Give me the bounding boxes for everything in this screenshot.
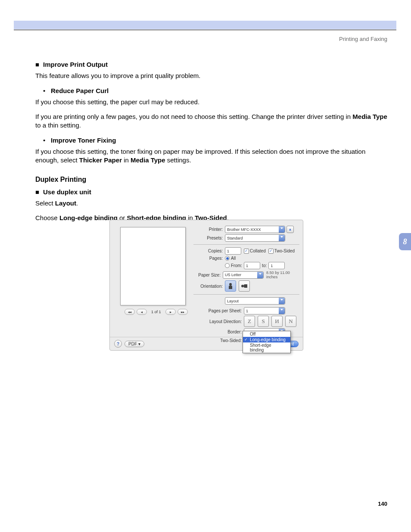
- dp1a: Select: [35, 199, 55, 207]
- duplex-heading: Duplex Printing: [35, 175, 387, 184]
- collapse-button[interactable]: ▲: [286, 226, 294, 233]
- top-color-bar: [14, 21, 396, 29]
- pages-from-input[interactable]: 1: [244, 262, 260, 269]
- paper-size-value: US Letter: [225, 273, 241, 277]
- pdf-label: PDF ▾: [128, 342, 140, 346]
- pages-per-sheet-select[interactable]: 1: [244, 307, 285, 314]
- copies-label: Copies:: [193, 249, 225, 253]
- nav-last-button[interactable]: ▸▸: [177, 309, 188, 315]
- nav-first-button[interactable]: ◂◂: [125, 309, 135, 315]
- toner-bold1: Thicker Paper: [79, 156, 122, 164]
- nav-prev-button[interactable]: ◂: [137, 309, 147, 315]
- top-rule: [14, 30, 396, 30]
- layout-dir-3-button[interactable]: И: [271, 316, 283, 327]
- copies-input[interactable]: 1: [225, 247, 241, 255]
- from-value: 1: [246, 264, 248, 268]
- reduce-p2-bold: Media Type: [352, 113, 387, 120]
- orientation-landscape-button[interactable]: [239, 280, 250, 292]
- printer-select[interactable]: Brother MFC-XXXX: [225, 226, 285, 233]
- orientation-label: Orientation:: [193, 284, 225, 289]
- toner-mid: in: [122, 156, 131, 164]
- presets-select[interactable]: Standard: [225, 234, 285, 242]
- pages-to-input[interactable]: 1: [268, 262, 285, 269]
- nav-next-button[interactable]: ▸: [165, 309, 176, 315]
- reduce-paper-curl-title: Reduce Paper Curl: [51, 87, 109, 95]
- pages-all-label: All: [231, 256, 236, 261]
- toner-bold2: Media Type: [131, 156, 165, 164]
- pages-from-radio[interactable]: [225, 263, 230, 268]
- pages-to-label: to:: [262, 263, 267, 268]
- two-sided-popup: Off Long-edge binding Short-edge binding: [243, 331, 291, 353]
- two-sided-option-off[interactable]: Off: [243, 331, 290, 337]
- reduce-p2b: to a thin setting.: [35, 121, 81, 129]
- panel-select-value: Layout: [227, 299, 239, 303]
- two-sided-option-long[interactable]: Long-edge binding: [243, 337, 290, 342]
- pdf-menu-button[interactable]: PDF ▾: [125, 341, 144, 347]
- duplex-p1: Select Layout.: [35, 199, 387, 208]
- paper-size-label: Paper Size:: [193, 273, 223, 277]
- layout-dir-2-button[interactable]: S: [258, 316, 269, 327]
- dot-bullet-icon: •: [43, 87, 51, 95]
- layout-dir-4-button[interactable]: N: [285, 316, 296, 327]
- orientation-portrait-button[interactable]: [225, 280, 236, 292]
- dp1c: .: [76, 199, 78, 207]
- use-duplex-unit-title: Use duplex unit: [43, 188, 91, 196]
- panel-select[interactable]: Layout: [225, 297, 285, 305]
- chapter-tab: 8: [399, 233, 411, 250]
- paper-size-select[interactable]: US Letter: [223, 271, 264, 279]
- paper-dims: 8.50 by 11.00 inches: [266, 271, 299, 279]
- preview-nav: ◂◂ ◂ 1 of 1 ▸ ▸▸: [125, 309, 188, 315]
- nav-page-indicator: 1 of 1: [151, 310, 161, 314]
- pages-per-sheet-label: Pages per Sheet:: [193, 308, 244, 313]
- improve-toner-title: Improve Toner Fixing: [51, 136, 116, 145]
- reduce-p2: If you are printing only a few pages, yo…: [35, 112, 387, 130]
- printer-value: Brother MFC-XXXX: [227, 227, 261, 232]
- improve-desc: This feature allows you to improve a pri…: [35, 72, 387, 80]
- printer-label: Printer:: [193, 227, 225, 232]
- layout-dir-1-button[interactable]: Z: [244, 316, 255, 327]
- dp1b: Layout: [55, 199, 76, 207]
- presets-label: Presets:: [193, 236, 225, 240]
- presets-value: Standard: [227, 236, 243, 240]
- border-label: Border:: [193, 330, 244, 334]
- person-landscape-icon: [241, 284, 247, 288]
- dp2a: Choose: [35, 214, 59, 221]
- person-portrait-icon: [228, 283, 233, 289]
- pages-from-label: From:: [231, 263, 242, 268]
- to-value: 1: [271, 264, 273, 268]
- layout-direction-label: Layout Direction:: [193, 319, 244, 324]
- square-bullet-icon: ■: [35, 188, 43, 196]
- reduce-p2a: If you are printing only a few pages, yo…: [35, 113, 352, 120]
- help-icon: ?: [117, 342, 119, 346]
- page-content: ■ Improve Print Output This feature allo…: [35, 60, 387, 229]
- section-header: Printing and Faxing: [339, 36, 387, 42]
- pages-label: Pages:: [193, 256, 225, 261]
- two-sided-label: Two-Sided: [274, 249, 295, 253]
- dp2b1: Long-edge binding: [59, 214, 118, 221]
- reduce-p1: If you choose this setting, the paper cu…: [35, 98, 387, 106]
- toner-end: settings.: [165, 156, 191, 164]
- dot-bullet-icon: •: [43, 136, 51, 145]
- two-sided-checkbox[interactable]: [268, 249, 274, 254]
- improve-print-output-title: Improve Print Output: [43, 60, 108, 69]
- square-bullet-icon: ■: [35, 60, 43, 69]
- help-button[interactable]: ?: [114, 340, 122, 348]
- page-preview: [120, 227, 186, 305]
- pps-value: 1: [246, 309, 248, 313]
- page-number: 140: [378, 501, 387, 507]
- collated-label: Collated: [250, 249, 266, 253]
- print-dialog: ◂◂ ◂ 1 of 1 ▸ ▸▸ Printer: Brother MFC-XX…: [109, 220, 303, 351]
- two-sided-option-short[interactable]: Short-edge binding: [243, 342, 290, 353]
- chapter-number: 8: [403, 237, 407, 246]
- collated-checkbox[interactable]: [244, 249, 249, 254]
- copies-value: 1: [227, 249, 229, 253]
- pages-all-radio[interactable]: [225, 256, 230, 261]
- toner-p1: If you choose this setting, the toner fi…: [35, 147, 387, 165]
